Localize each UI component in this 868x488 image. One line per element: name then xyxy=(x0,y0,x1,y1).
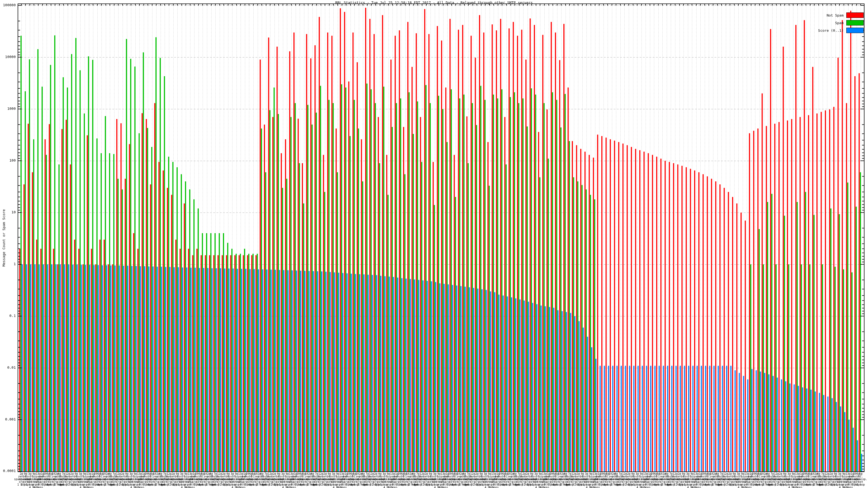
legend-label-score: Score (0..1) xyxy=(818,29,844,33)
not-spam-swatch xyxy=(846,12,864,18)
chart-plot-area xyxy=(0,0,868,488)
legend-label-not-spam: Not Spam xyxy=(827,13,844,18)
legend-item-score: Score (0..1) xyxy=(818,27,864,34)
y-axis-title: Message Count or Spam Score xyxy=(2,192,6,284)
legend-item-spam: Spam xyxy=(818,19,864,27)
chart-title: RBL Statistics - Tue Jul 25 12:58:18 EDT… xyxy=(0,1,868,5)
spam-swatch xyxy=(846,20,864,26)
rbl-statistics-chart: RBL Statistics - Tue Jul 25 12:58:18 EDT… xyxy=(0,0,868,488)
legend-label-spam: Spam xyxy=(835,21,844,25)
legend-item-not-spam: Not Spam xyxy=(818,11,864,19)
legend: Not Spam Spam Score (0..1) xyxy=(818,11,864,34)
score-swatch xyxy=(846,28,864,33)
